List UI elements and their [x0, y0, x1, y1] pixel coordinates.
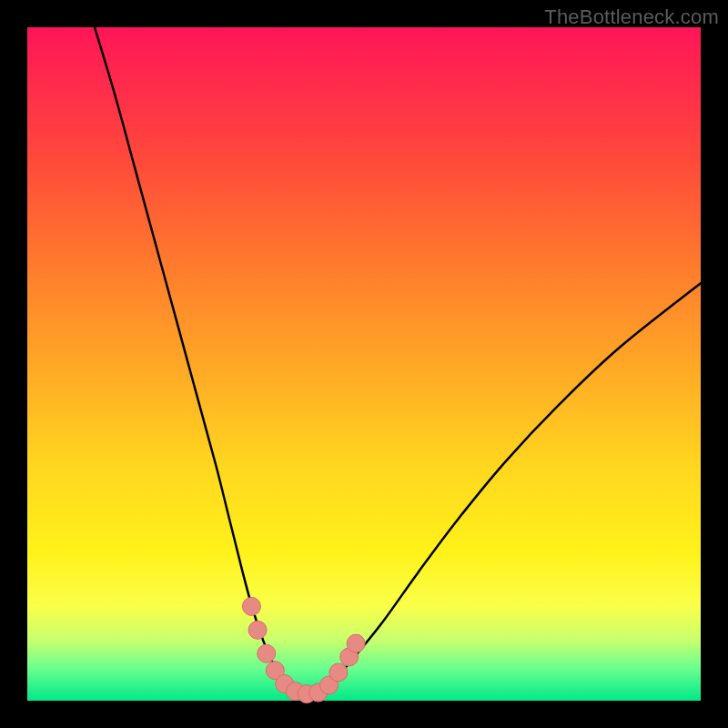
plot-area [27, 27, 701, 701]
highlight-dot [248, 621, 267, 639]
highlight-dot [329, 663, 348, 682]
watermark-text: TheBottleneck.com [544, 5, 719, 29]
highlight-dot [242, 597, 260, 615]
highlight-dots [242, 597, 365, 703]
curve-left-branch [95, 27, 293, 691]
curve-layer [27, 27, 701, 701]
chart-frame: TheBottleneck.com [0, 0, 728, 728]
highlight-dot [258, 644, 276, 662]
highlight-dot [347, 634, 365, 652]
curve-right-branch [324, 283, 701, 691]
